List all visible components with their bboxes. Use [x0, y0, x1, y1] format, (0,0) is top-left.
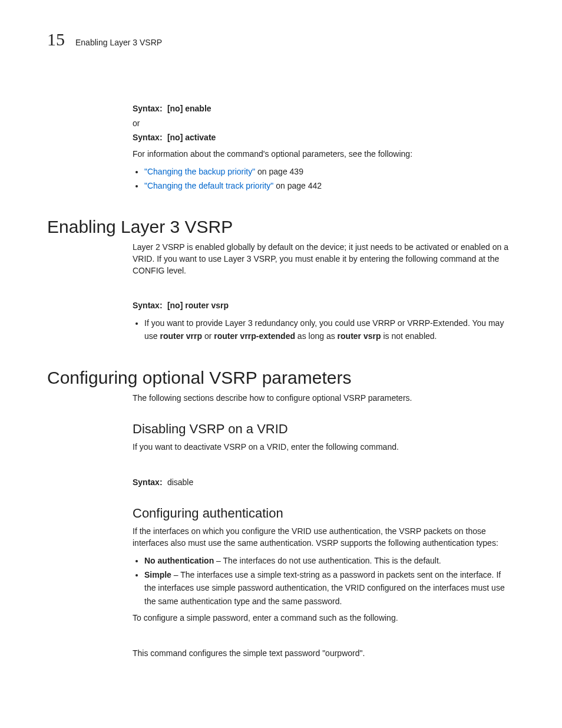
syntax-value: disable — [167, 477, 193, 487]
list-item: "Changing the backup priority" on page 4… — [144, 165, 509, 178]
syntax-line-1: Syntax: [no] enable — [133, 103, 515, 115]
link-backup-priority[interactable]: "Changing the backup priority" — [144, 167, 255, 176]
sec1-p1: Layer 2 VSRP is enabled globally by defa… — [133, 242, 509, 276]
pre-body: For information about the command's opti… — [133, 149, 509, 192]
bold-term: router vrrp — [160, 331, 202, 341]
pre-link-list: "Changing the backup priority" on page 4… — [133, 165, 509, 193]
chapter-number: 15 — [47, 29, 65, 50]
bullet-text: – The interfaces use a simple text-strin… — [144, 570, 505, 606]
sub1-p1: If you want to deactivate VSRP on a VRID… — [133, 442, 509, 453]
or-text: or — [133, 118, 515, 128]
heading-disabling-vsrp-on-vrid: Disabling VSRP on a VRID — [133, 421, 509, 437]
link-suffix: on page 442 — [273, 181, 322, 190]
sec2-p1: The following sections describe how to c… — [133, 393, 509, 404]
link-suffix: on page 439 — [255, 167, 303, 176]
pre-section: Syntax: [no] enable or Syntax: [no] acti… — [133, 103, 515, 144]
syntax-value: [no] enable — [167, 104, 211, 113]
heading-configuring-authentication: Configuring authentication — [133, 506, 509, 521]
sub2-p3: This command configures the simple text … — [133, 648, 509, 660]
syntax-value: [no] activate — [167, 133, 216, 142]
bold-term: No authentication — [144, 556, 214, 565]
list-item: "Changing the default track priority" on… — [144, 179, 509, 192]
bold-term: router vrrp-extended — [214, 331, 295, 341]
sub2-p2: To configure a simple password, enter a … — [133, 612, 509, 624]
sub2-bullets: No authentication – The interfaces do no… — [133, 554, 509, 608]
sec2-body: The following sections describe how to c… — [133, 393, 509, 660]
page: 15 Enabling Layer 3 VSRP Syntax: [no] en… — [0, 0, 562, 687]
sec1-body: Layer 2 VSRP is enabled globally by defa… — [133, 242, 509, 342]
bullet-text: or — [202, 331, 214, 341]
syntax-label: Syntax: — [133, 300, 165, 312]
syntax-label: Syntax: — [133, 477, 165, 489]
bold-term: Simple — [144, 570, 171, 579]
pre-intro: For information about the command's opti… — [133, 149, 509, 160]
sub2-p1: If the interfaces on which you configure… — [133, 526, 509, 549]
sec1-syntax: Syntax: [no] router vsrp — [133, 300, 509, 312]
heading-enabling-layer3-vsrp: Enabling Layer 3 VSRP — [47, 217, 515, 237]
syntax-value: [no] router vsrp — [167, 301, 229, 310]
list-item: No authentication – The interfaces do no… — [144, 554, 509, 567]
bullet-text: as long as — [295, 331, 338, 341]
list-item: If you want to provide Layer 3 redundanc… — [144, 317, 509, 343]
link-default-track-priority[interactable]: "Changing the default track priority" — [144, 181, 273, 190]
heading-configuring-optional-vsrp: Configuring optional VSRP parameters — [47, 368, 515, 388]
bullet-text: is not enabled. — [381, 331, 437, 341]
bold-term: router vsrp — [338, 331, 381, 341]
sub1-syntax: Syntax: disable — [133, 477, 509, 489]
page-header: 15 Enabling Layer 3 VSRP — [47, 29, 515, 50]
sec1-bullets: If you want to provide Layer 3 redundanc… — [133, 317, 509, 343]
chapter-title: Enabling Layer 3 VSRP — [75, 38, 162, 47]
syntax-label: Syntax: — [133, 131, 165, 144]
syntax-line-2: Syntax: [no] activate — [133, 131, 515, 144]
syntax-label: Syntax: — [133, 103, 165, 115]
bullet-text: – The interfaces do not use authenticati… — [214, 556, 441, 565]
list-item: Simple – The interfaces use a simple tex… — [144, 568, 509, 608]
